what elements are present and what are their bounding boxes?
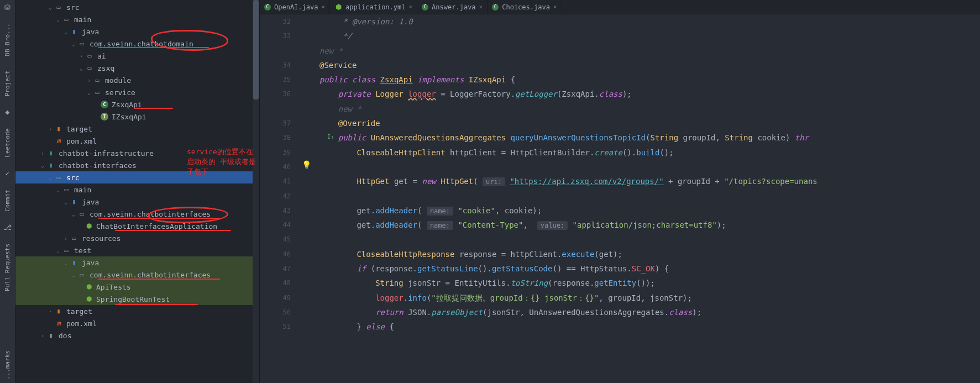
package-icon: ▭ xyxy=(85,51,94,60)
tree-item-label: ApiTests xyxy=(96,283,131,291)
editor-tab[interactable]: CAnswer.java× xyxy=(417,0,488,14)
chevron-right-icon[interactable]: › xyxy=(39,333,46,339)
tree-item[interactable]: ⌄▭test xyxy=(15,244,259,256)
chevron-down-icon[interactable]: ⌄ xyxy=(46,175,54,181)
tree-item[interactable]: ·⬢ApiTests xyxy=(15,281,259,293)
editor-area: COpenAI.java×⬢application.yml×CAnswer.ja… xyxy=(260,0,980,383)
chevron-down-icon[interactable]: ⌄ xyxy=(70,41,77,47)
tree-item[interactable]: ⌄▭src xyxy=(15,1,259,13)
tree-item[interactable]: ·mpom.xml xyxy=(15,135,259,147)
tree-item-label: com.sveinn.chatbotinterfaces xyxy=(90,210,211,218)
tree-item-label: resources xyxy=(82,234,120,243)
tree-item[interactable]: ›▭resources xyxy=(15,232,259,244)
tree-item[interactable]: ⌄▮chatbot-interfaces xyxy=(15,159,259,171)
tree-item[interactable]: ·CZsxqApi xyxy=(15,98,259,111)
tab-label: Choices.java xyxy=(502,3,550,11)
tree-item-label: java xyxy=(82,259,99,267)
chevron-down-icon[interactable]: ⌄ xyxy=(62,199,70,205)
line-number: 33 xyxy=(260,29,291,43)
chevron-right-icon[interactable]: › xyxy=(85,77,93,83)
close-icon[interactable]: × xyxy=(321,3,325,11)
tree-item-label: java xyxy=(82,28,99,36)
close-icon[interactable]: × xyxy=(479,3,483,11)
chevron-right-icon[interactable]: › xyxy=(77,53,85,59)
line-number: 37 xyxy=(260,116,291,130)
line-gutter: 3233343536373839404142434445464748495051 xyxy=(260,14,298,383)
tool-pr[interactable]: Pull Requests xyxy=(3,240,12,295)
tool-commit[interactable]: Commit xyxy=(3,186,12,215)
tool-leetcode[interactable]: Leetcode xyxy=(3,125,12,161)
folder-open-icon: ▭ xyxy=(54,173,63,182)
tree-item[interactable]: ·mpom.xml xyxy=(15,317,259,329)
db-icon[interactable]: ⛁ xyxy=(3,2,13,12)
tree-item[interactable]: ⌄▭service xyxy=(15,86,259,98)
editor-tab[interactable]: COpenAI.java× xyxy=(260,0,330,14)
tree-item[interactable]: ⌄▭com.sveinn.chatbotdomain xyxy=(15,38,259,50)
chevron-right-icon[interactable]: › xyxy=(46,126,54,132)
line-number: 46 xyxy=(260,247,291,261)
java-class-icon: C xyxy=(422,4,428,11)
tree-item[interactable]: ⌄▮java xyxy=(15,256,259,269)
tree-item[interactable]: ⌄▭com.sveinn.chatbotinterfaces xyxy=(15,208,259,220)
chevron-down-icon[interactable]: ⌄ xyxy=(85,90,93,96)
tool-project[interactable]: Project xyxy=(3,67,12,99)
tree-item[interactable]: ·⬢SpringBootRunTest xyxy=(15,293,259,305)
line-number: 35 xyxy=(260,72,291,87)
close-icon[interactable]: × xyxy=(408,3,412,11)
tree-item[interactable]: ·IIZsxqApi xyxy=(15,111,259,123)
leetcode-icon[interactable]: ◆ xyxy=(3,107,13,117)
chevron-down-icon[interactable]: ⌄ xyxy=(70,211,77,217)
tree-item[interactable]: ⌄▮java xyxy=(15,196,259,208)
tree-item[interactable]: ›▭ai xyxy=(15,50,259,62)
close-icon[interactable]: × xyxy=(553,3,557,11)
tree-item-label: target xyxy=(66,125,92,133)
editor-tab[interactable]: ⬢application.yml× xyxy=(330,0,417,14)
line-number: 39 xyxy=(260,145,291,160)
chevron-right-icon[interactable]: › xyxy=(46,308,54,314)
chevron-down-icon[interactable]: ⌄ xyxy=(54,248,62,254)
tree-item-label: com.sveinn.chatbotinterfaces xyxy=(90,271,211,279)
tree-item[interactable]: ⌄▭zsxq xyxy=(15,62,259,74)
class-icon: C xyxy=(101,101,108,108)
tree-item[interactable]: ›▮dos xyxy=(15,329,259,342)
implements-icon[interactable]: I↑ xyxy=(327,134,334,140)
line-number: 34 xyxy=(260,58,291,72)
code-editor[interactable]: * @version: 1.0 */new *@Servicepublic cl… xyxy=(314,14,980,383)
chevron-down-icon[interactable]: ⌄ xyxy=(54,17,62,23)
editor-tab[interactable]: CChoices.java× xyxy=(488,0,562,14)
spring-icon: ⬢ xyxy=(85,295,93,303)
tree-item[interactable]: ›▮chatbot-infrastructure xyxy=(15,147,259,159)
tree-item[interactable]: ›▮target xyxy=(15,123,259,135)
chevron-down-icon[interactable]: ⌄ xyxy=(39,162,46,169)
commit-icon[interactable]: ✓ xyxy=(3,169,13,179)
tree-item[interactable]: ⌄▭com.sveinn.chatbotinterfaces xyxy=(15,269,259,281)
tree-item-label: ChatBotInterfacesApplication xyxy=(96,222,217,230)
intention-bulb-icon[interactable]: 💡 xyxy=(302,160,311,169)
chevron-down-icon[interactable]: ⌄ xyxy=(77,65,85,71)
tree-item[interactable]: ⌄▮java xyxy=(15,25,259,38)
tree-item[interactable]: ⌄▭src xyxy=(15,171,259,183)
chevron-down-icon[interactable]: ⌄ xyxy=(54,187,62,193)
tree-item[interactable]: ›▭module xyxy=(15,74,259,86)
tool-db[interactable]: DB Bro... xyxy=(3,20,12,60)
tree-item[interactable]: ⌄▭main xyxy=(15,183,259,196)
chevron-right-icon[interactable]: › xyxy=(62,235,70,242)
chevron-down-icon[interactable]: ⌄ xyxy=(62,29,70,35)
tree-scrollbar[interactable] xyxy=(253,0,259,383)
tree-item[interactable]: ⌄▭main xyxy=(15,13,259,25)
line-number: 50 xyxy=(260,305,291,319)
chevron-right-icon[interactable]: › xyxy=(39,150,46,156)
spring-icon: ⬢ xyxy=(85,222,93,230)
line-number: 44 xyxy=(260,218,291,232)
line-number: 47 xyxy=(260,261,291,276)
gutter-icons: 💡 I↑ xyxy=(298,14,314,383)
tool-bookmarks[interactable]: ...marks xyxy=(3,347,12,383)
chevron-down-icon[interactable]: ⌄ xyxy=(62,260,70,266)
folder-teal-icon: ▮ xyxy=(46,161,55,170)
chevron-down-icon[interactable]: ⌄ xyxy=(70,272,77,278)
tree-item-label: src xyxy=(66,174,79,182)
chevron-down-icon[interactable]: ⌄ xyxy=(46,4,54,11)
tree-item[interactable]: ›▮target xyxy=(15,305,259,317)
pr-icon[interactable]: ⎇ xyxy=(3,223,13,233)
tree-item[interactable]: ·⬢ChatBotInterfacesApplication xyxy=(15,220,259,232)
